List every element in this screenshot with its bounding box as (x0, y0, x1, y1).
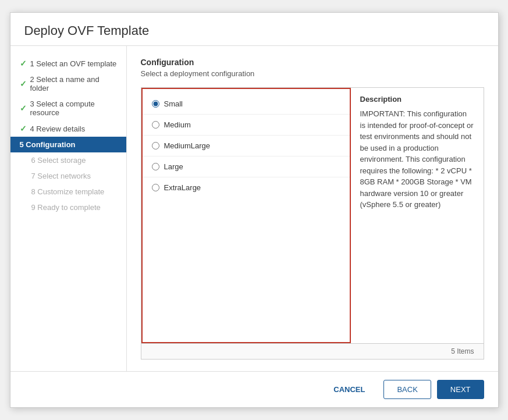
check-icon: ✓ (20, 124, 27, 133)
items-count: 5 Items (451, 347, 474, 355)
check-icon: ✓ (20, 104, 27, 113)
dialog-footer: CANCEL BACK NEXT (10, 371, 498, 407)
description-panel: Description IMPORTANT: This configuratio… (351, 88, 484, 343)
table-inner: SmallMediumMediumLargeLargeExtraLarge De… (141, 88, 484, 343)
radio-mediumlarge[interactable] (152, 142, 159, 150)
sidebar-item-step1[interactable]: ✓1 Select an OVF template (10, 55, 126, 72)
next-button[interactable]: NEXT (437, 380, 484, 399)
cancel-button[interactable]: CANCEL (321, 380, 378, 398)
deploy-ovf-dialog: Deploy OVF Template ✓1 Select an OVF tem… (10, 12, 499, 408)
sidebar-item-label: 2 Select a name and folder (30, 75, 117, 92)
sidebar-item-step6[interactable]: 6 Select storage (10, 152, 126, 168)
radio-label-large: Large (164, 162, 183, 171)
sidebar-item-label: 3 Select a compute resource (30, 99, 117, 117)
radio-option-large[interactable]: Large (143, 156, 350, 177)
sidebar-item-label: 6 Select storage (31, 156, 86, 165)
radio-option-extralarge[interactable]: ExtraLarge (143, 177, 350, 198)
radio-label-mediumlarge: MediumLarge (164, 141, 211, 150)
description-title: Description (360, 95, 474, 104)
sidebar-item-step9[interactable]: 9 Ready to complete (10, 200, 126, 215)
sidebar-item-step3[interactable]: ✓3 Select a compute resource (10, 96, 126, 120)
sidebar-item-label: 5 Configuration (20, 140, 76, 149)
sidebar-item-step2[interactable]: ✓2 Select a name and folder (10, 72, 126, 96)
radio-label-extralarge: ExtraLarge (164, 183, 201, 192)
check-icon: ✓ (20, 59, 27, 68)
radio-extralarge[interactable] (152, 184, 159, 191)
sidebar-item-label: 7 Select networks (31, 172, 91, 180)
sidebar-item-step7[interactable]: 7 Select networks (10, 168, 126, 184)
sidebar-item-step8[interactable]: 8 Customize template (10, 184, 126, 200)
dialog-body: ✓1 Select an OVF template✓2 Select a nam… (10, 46, 498, 371)
section-subtitle: Select a deployment configuration (141, 69, 484, 78)
radio-option-small[interactable]: Small (143, 94, 350, 115)
main-content: Configuration Select a deployment config… (127, 46, 498, 371)
radio-label-medium: Medium (164, 120, 191, 129)
sidebar-item-label: 9 Ready to complete (31, 203, 101, 212)
sidebar-item-label: 1 Select an OVF template (30, 59, 117, 68)
sidebar-item-step4[interactable]: ✓4 Review details (10, 120, 126, 137)
sidebar-item-label: 8 Customize template (31, 187, 105, 196)
radio-option-mediumlarge[interactable]: MediumLarge (143, 136, 350, 156)
radio-label-small: Small (164, 99, 183, 108)
radio-medium[interactable] (152, 121, 159, 129)
radio-option-medium[interactable]: Medium (143, 115, 350, 136)
options-panel: SmallMediumMediumLargeLargeExtraLarge (141, 88, 351, 343)
sidebar-item-label: 4 Review details (30, 124, 86, 133)
items-footer: 5 Items (141, 343, 484, 359)
sidebar-item-step5: 5 Configuration (10, 137, 126, 152)
section-title: Configuration (141, 58, 484, 67)
check-icon: ✓ (20, 79, 27, 88)
description-text: IMPORTANT: This configuration is intende… (360, 108, 474, 211)
dialog-header: Deploy OVF Template (10, 13, 498, 46)
configuration-table: SmallMediumMediumLargeLargeExtraLarge De… (141, 87, 484, 360)
dialog-title: Deploy OVF Template (24, 23, 484, 38)
sidebar: ✓1 Select an OVF template✓2 Select a nam… (10, 46, 127, 371)
radio-small[interactable] (152, 100, 159, 108)
radio-large[interactable] (152, 163, 159, 170)
back-button[interactable]: BACK (383, 380, 431, 399)
